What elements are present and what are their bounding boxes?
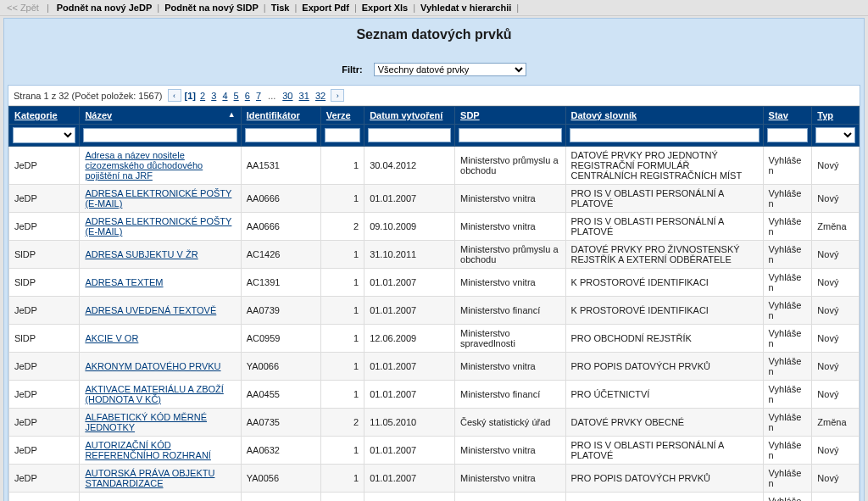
table-cell: Ministerstvo vnitra [455, 353, 565, 381]
table-cell: AAC010 [241, 493, 320, 502]
filter-sdp[interactable] [459, 128, 561, 142]
filter-stav[interactable] [767, 128, 809, 142]
table-cell[interactable]: AUTORSKÁ PRÁVA OBJEKTU STANDARDIZACE [80, 465, 241, 493]
toolbar-item[interactable]: Podnět na nový JeDP [53, 2, 155, 14]
table-cell: Změna [812, 213, 860, 241]
row-link[interactable]: AUTORSKÁ PRÁVA OBJEKTU STANDARDIZACE [85, 468, 214, 488]
table-cell: Ministerstvo spravedlnosti [455, 325, 565, 353]
filter-identifikator[interactable] [245, 128, 317, 142]
table-cell: Vyhlášen [763, 493, 812, 502]
table-cell: AA0739 [241, 297, 320, 325]
col-header-nazev[interactable]: Název▲ [80, 107, 241, 125]
col-header-slovnik[interactable]: Datový slovník [565, 107, 763, 125]
table-cell: AA0666 [241, 213, 320, 241]
table-cell[interactable]: ADRESA TEXTEM [80, 269, 241, 297]
col-header-verze[interactable]: Verze [320, 107, 364, 125]
table-cell: Vyhlášen [763, 185, 812, 213]
table-cell[interactable]: AKRONYM DATOVÉHO PRVKU [80, 353, 241, 381]
row-link[interactable]: ADRESA ELEKTRONICKÉ POŠTY (E-MAIL) [85, 216, 231, 237]
table-cell: PRO POPIS DATOVÝCH PRVKŮ [565, 465, 763, 493]
col-header-datum[interactable]: Datum vytvoření [364, 107, 455, 125]
table-cell: Vyhlášen [763, 213, 812, 241]
row-link[interactable]: AKCIE V OR [85, 333, 138, 343]
pager-info: Strana 1 z 32 (Počet položek: 1567) [14, 91, 163, 101]
table-cell[interactable]: BANKOVNÍ SPOJENÍ [80, 493, 241, 502]
table-cell[interactable]: AKTIVACE MATERIÁLU A ZBOŽÍ (HODNOTA V KČ… [80, 381, 241, 409]
table-cell: Nový [812, 241, 860, 269]
table-cell: Ministerstvo vnitra [455, 465, 565, 493]
table-cell: PRO IS V OBLASTI PERSONÁLNÍ A PLATOVÉ [565, 185, 763, 213]
pager-page[interactable]: 5 [232, 91, 241, 101]
pager-ellipsis: ... [266, 91, 277, 101]
toolbar-item[interactable]: Tisk [268, 2, 293, 14]
pager-page[interactable]: 30 [281, 91, 294, 101]
table-row: JeDPADRESA UVEDENÁ TEXTOVĚAA0739101.01.2… [9, 297, 860, 325]
table-row: JeDPAUTORIZAČNÍ KÓD REFERENČNÍHO ROZHRAN… [9, 437, 860, 465]
pager-page[interactable]: 32 [314, 91, 327, 101]
table-row: SlDPAKCIE V ORAC0959112.06.2009Ministers… [9, 325, 860, 353]
pager-page[interactable]: 6 [243, 91, 252, 101]
col-header-typ[interactable]: Typ [812, 107, 860, 125]
toolbar-item[interactable]: Export Xls [359, 2, 411, 14]
toolbar-item[interactable]: Export Pdf [298, 2, 353, 14]
table-cell: 1 [320, 297, 364, 325]
col-header-sdp[interactable]: SDP [455, 107, 565, 125]
pager-prev-icon[interactable]: ‹ [168, 89, 181, 102]
filter-datum[interactable] [368, 128, 451, 142]
table-cell: Vyhlášen [763, 409, 812, 437]
filter-slovnik[interactable] [570, 128, 760, 142]
table-cell: Vyhlášen [763, 269, 812, 297]
filter-verze[interactable] [325, 128, 360, 142]
table-cell[interactable]: ADRESA UVEDENÁ TEXTOVĚ [80, 297, 241, 325]
table-cell: Nový [812, 297, 860, 325]
filter-nazev[interactable] [83, 128, 236, 142]
table-cell[interactable]: ADRESA ELEKTRONICKÉ POŠTY (E-MAIL) [80, 213, 241, 241]
table-cell[interactable]: Adresa a název nositele cizozemského důc… [80, 147, 241, 185]
pager-page[interactable]: 4 [220, 91, 229, 101]
table-cell[interactable]: ADRESA ELEKTRONICKÉ POŠTY (E-MAIL) [80, 185, 241, 213]
table-cell: 01.01.2007 [364, 353, 455, 381]
table-cell: YA0066 [241, 353, 320, 381]
row-link[interactable]: ADRESA SUBJEKTU V ŽR [85, 249, 198, 259]
toolbar-item[interactable]: Vyhledat v hierarchii [417, 2, 515, 14]
pager-page[interactable]: 31 [298, 91, 311, 101]
table-cell: AA0632 [241, 437, 320, 465]
table-cell: Vyhlášen [763, 297, 812, 325]
table-cell: Ministerstvo průmyslu a obchodu [455, 241, 565, 269]
row-link[interactable]: ADRESA TEXTEM [85, 277, 163, 287]
table-cell: 1 [320, 147, 364, 185]
table-cell[interactable]: AKCIE V OR [80, 325, 241, 353]
row-link[interactable]: ADRESA ELEKTRONICKÉ POŠTY (E-MAIL) [85, 188, 231, 209]
table-row: SlDPBANKOVNÍ SPOJENÍAAC010101.01.2007Čes… [9, 493, 860, 502]
toolbar-separator: | [353, 3, 359, 13]
table-row: JeDPALFABETICKÝ KÓD MĚRNÉ JEDNOTKYAA0735… [9, 409, 860, 437]
pager-page[interactable]: 2 [198, 91, 207, 101]
table-cell: 1 [320, 493, 364, 502]
pager-page[interactable]: 3 [209, 91, 218, 101]
filter-typ[interactable] [815, 127, 855, 143]
col-header-stav[interactable]: Stav [763, 107, 812, 125]
row-link[interactable]: AUTORIZAČNÍ KÓD REFERENČNÍHO ROZHRANÍ [85, 440, 211, 460]
filter-select[interactable]: Všechny datové prvky [374, 63, 526, 76]
row-link[interactable]: AKTIVACE MATERIÁLU A ZBOŽÍ (HODNOTA V KČ… [85, 384, 223, 404]
col-header-kategorie[interactable]: Kategorie [9, 107, 80, 125]
table-cell[interactable]: ADRESA SUBJEKTU V ŽR [80, 241, 241, 269]
row-link[interactable]: ADRESA UVEDENÁ TEXTOVĚ [85, 305, 216, 315]
table-cell: 01.01.2007 [364, 465, 455, 493]
row-link[interactable]: ALFABETICKÝ KÓD MĚRNÉ JEDNOTKY [85, 412, 207, 432]
filter-row: Filtr: Všechny datové prvky [8, 63, 860, 76]
pager-next-icon[interactable]: › [331, 89, 344, 102]
table-cell: YA0056 [241, 465, 320, 493]
row-link[interactable]: AKRONYM DATOVÉHO PRVKU [85, 361, 220, 371]
toolbar-item[interactable]: Podnět na nový SlDP [161, 2, 262, 14]
table-cell: Nový [812, 147, 860, 185]
table-row: JeDPAKTIVACE MATERIÁLU A ZBOŽÍ (HODNOTA … [9, 381, 860, 409]
row-link[interactable]: Adresa a název nositele cizozemského důc… [85, 150, 203, 181]
table-cell: 1 [320, 185, 364, 213]
filter-kategorie[interactable] [13, 127, 75, 143]
table-cell[interactable]: AUTORIZAČNÍ KÓD REFERENČNÍHO ROZHRANÍ [80, 437, 241, 465]
col-header-identifikator[interactable]: Identifikátor [241, 107, 320, 125]
table-cell[interactable]: ALFABETICKÝ KÓD MĚRNÉ JEDNOTKY [80, 409, 241, 437]
page-title: Seznam datových prvků [8, 27, 860, 42]
pager-page[interactable]: 7 [254, 91, 263, 101]
